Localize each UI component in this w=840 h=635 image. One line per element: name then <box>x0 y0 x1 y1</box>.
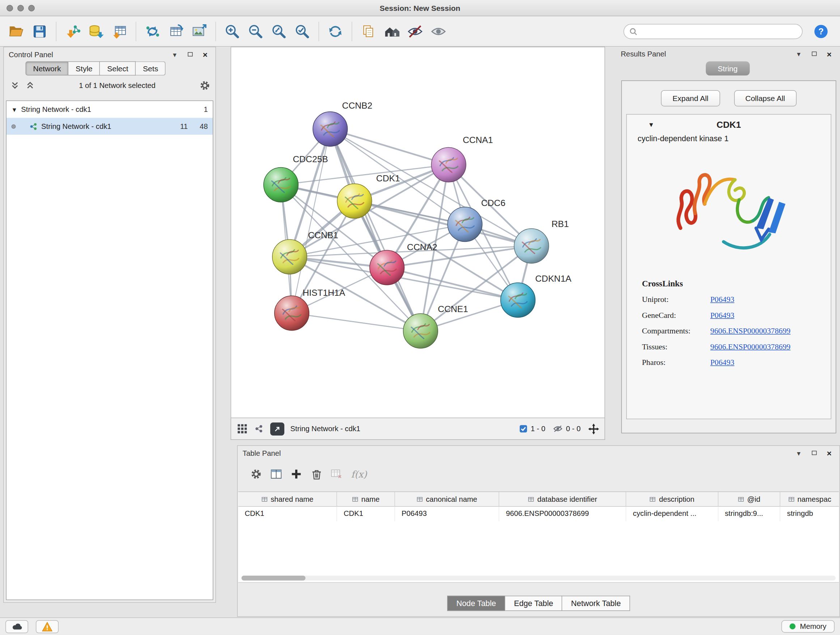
search-input[interactable] <box>641 27 797 35</box>
zoom-in-button[interactable] <box>221 19 243 43</box>
crosslink-label: Pharos: <box>642 358 711 367</box>
network-edge-CCNB2-CCNE1[interactable] <box>330 129 421 331</box>
crosslink-pharos-link[interactable]: P06493 <box>711 358 734 367</box>
network-node-CDKN1A[interactable]: CDKN1A <box>501 274 572 318</box>
collapse-all-networks-icon[interactable] <box>25 80 35 91</box>
pan-move-icon[interactable] <box>588 423 599 434</box>
new-network-button[interactable] <box>142 19 164 43</box>
open-in-new-window-button[interactable] <box>270 422 284 435</box>
control-panel-menu-button[interactable]: ▾ <box>169 49 180 60</box>
tab-network[interactable]: Network <box>26 62 69 76</box>
network-overview-share-icon[interactable] <box>254 423 264 434</box>
function-builder-icon[interactable]: f(x) <box>351 469 367 480</box>
network-canvas[interactable]: CCNB2CCNA1CDC25BCDK1CDC6RB1CCNB1CCNA2CDK… <box>231 47 605 418</box>
crosslink-tissues-link[interactable]: 9606.ENSP00000378699 <box>711 342 791 352</box>
close-window-button[interactable] <box>6 5 13 11</box>
expand-all-networks-icon[interactable] <box>9 80 20 91</box>
tab-select[interactable]: Select <box>100 62 136 76</box>
table-panel-menu-button[interactable]: ▾ <box>793 448 804 458</box>
show-columns-icon[interactable] <box>271 469 282 480</box>
gene-section-header[interactable]: ▾ CDK1 <box>627 115 831 134</box>
hide-selected-button[interactable] <box>404 19 426 43</box>
import-network-from-database-button[interactable] <box>85 19 107 43</box>
node-label-CCNA2: CCNA2 <box>407 242 437 252</box>
column-header-name[interactable]: name <box>337 492 395 506</box>
network-options-gear-icon[interactable] <box>199 80 210 91</box>
column-header-shared-name[interactable]: shared name <box>238 492 338 506</box>
show-all-button[interactable] <box>428 19 449 43</box>
network-node-CCNB1[interactable]: CCNB1 <box>272 230 338 274</box>
cloud-button[interactable] <box>5 620 28 633</box>
gene-disclosure-icon[interactable]: ▾ <box>650 120 653 128</box>
network-node-CDC25B[interactable]: CDC25B <box>264 154 328 203</box>
minimize-window-button[interactable] <box>17 5 24 11</box>
import-network-from-file-button[interactable] <box>62 19 84 43</box>
delete-column-trash-icon[interactable] <box>311 469 322 480</box>
network-edge-CDK1-RB1[interactable] <box>355 201 531 246</box>
save-session-button[interactable] <box>29 19 51 43</box>
network-node-CCNE1[interactable]: CCNE1 <box>403 304 468 348</box>
collection-disclosure-icon[interactable]: ▼ <box>11 106 17 112</box>
add-column-plus-icon[interactable] <box>291 469 302 480</box>
table-options-gear-icon[interactable] <box>251 469 262 480</box>
network-collection-row[interactable]: ▼ String Network - cdk1 1 <box>6 101 213 118</box>
network-row-selected[interactable]: String Network - cdk1 11 48 <box>6 118 213 135</box>
column-header-description[interactable]: description <box>627 492 718 506</box>
warnings-button[interactable] <box>36 620 58 633</box>
network-node-RB1[interactable]: RB1 <box>514 219 569 263</box>
birds-eye-grid-icon[interactable] <box>237 423 248 434</box>
import-table-from-file-button[interactable] <box>109 19 130 43</box>
collection-name: String Network - cdk1 <box>21 105 91 114</box>
zoom-fit-button[interactable] <box>268 19 290 43</box>
network-edge-HIST1H1A-CCNE1[interactable] <box>292 313 421 331</box>
column-header-id[interactable]: @id <box>718 492 781 506</box>
tab-node-table[interactable]: Node Table <box>447 596 505 611</box>
column-type-icon <box>262 496 268 502</box>
network-view-title: String Network - cdk1 <box>291 424 361 433</box>
tab-network-table[interactable]: Network Table <box>562 596 630 611</box>
refresh-view-button[interactable] <box>325 19 346 43</box>
hidden-eye-slash-icon[interactable] <box>553 424 562 433</box>
table-panel-close-button[interactable]: × <box>824 448 835 458</box>
control-panel-close-button[interactable]: × <box>200 49 210 60</box>
copy-button[interactable] <box>358 19 379 43</box>
new-table-button[interactable] <box>165 19 187 43</box>
control-panel-float-button[interactable] <box>185 49 195 60</box>
column-header-canonical-name[interactable]: canonical name <box>395 492 499 506</box>
home-button[interactable] <box>381 19 403 43</box>
crosslink-compartments-link[interactable]: 9606.ENSP00000378699 <box>711 326 791 336</box>
collapse-all-button[interactable]: Collapse All <box>734 90 797 106</box>
memory-button[interactable]: Memory <box>782 620 835 633</box>
tab-edge-table[interactable]: Edge Table <box>505 596 562 611</box>
help-button[interactable]: ? <box>813 23 829 40</box>
network-edge-CCNB2-CCNA1[interactable] <box>330 129 449 165</box>
export-image-button[interactable] <box>188 19 210 43</box>
network-node-CCNA1[interactable]: CCNA1 <box>431 135 493 182</box>
crosslink-genecard-link[interactable]: P06493 <box>711 310 734 320</box>
tab-style[interactable]: Style <box>69 62 100 76</box>
expand-all-button[interactable]: Expand All <box>661 90 720 106</box>
open-session-button[interactable] <box>5 19 27 43</box>
results-panel-float-button[interactable] <box>808 49 819 59</box>
control-panel-title: Control Panel <box>9 50 53 59</box>
tab-string[interactable]: String <box>706 62 750 76</box>
results-panel-menu-button[interactable]: ▾ <box>793 49 804 59</box>
tab-sets[interactable]: Sets <box>136 62 166 76</box>
crosslink-uniprot-link[interactable]: P06493 <box>711 295 734 304</box>
zoom-window-button[interactable] <box>28 5 35 11</box>
network-node-count: 11 <box>180 122 188 131</box>
zoom-out-button[interactable] <box>245 19 267 43</box>
results-panel-close-button[interactable]: × <box>824 49 835 59</box>
column-header-namespace[interactable]: namespac <box>781 492 839 506</box>
table-row[interactable]: CDK1 CDK1 P06493 9606.ENSP00000378699 cy… <box>238 507 839 522</box>
crosslink-label: Uniprot: <box>642 295 711 304</box>
zoom-selected-button[interactable] <box>292 19 313 43</box>
current-network-bullet <box>11 124 16 128</box>
horizontal-scrollbar[interactable] <box>242 576 836 581</box>
selected-checkbox-icon[interactable] <box>519 424 527 433</box>
scrollbar-thumb[interactable] <box>242 576 306 581</box>
table-panel-float-button[interactable] <box>808 448 819 458</box>
column-header-database-identifier[interactable]: database identifier <box>499 492 626 506</box>
network-node-HIST1H1A[interactable]: HIST1H1A <box>275 288 346 331</box>
refresh-icon <box>327 23 344 40</box>
